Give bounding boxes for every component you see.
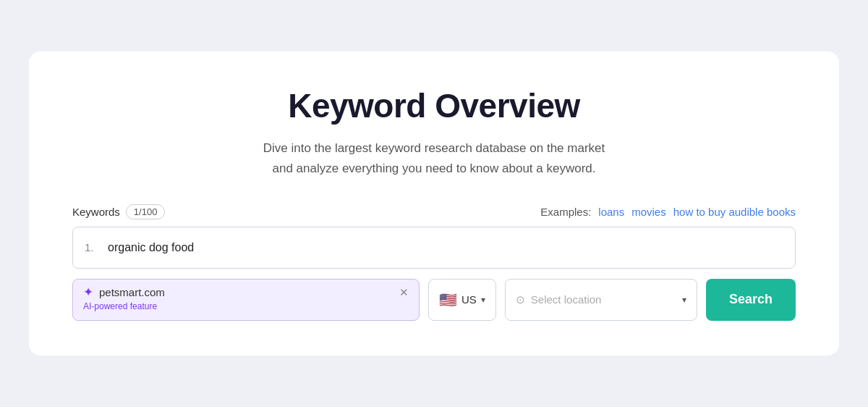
examples-label: Examples: [540, 206, 591, 218]
keyword-number: 1. [85, 241, 99, 253]
ai-powered-label: AI-powered feature [83, 301, 409, 314]
location-chevron-icon: ▾ [682, 295, 686, 305]
flag-icon: 🇺🇸 [439, 291, 457, 309]
keywords-label-group: Keywords 1/100 [72, 204, 165, 219]
example-link-movies[interactable]: movies [631, 206, 666, 218]
bottom-row: ✦ ✕ AI-powered feature 🇺🇸 US ▾ ⊙ Select … [72, 279, 796, 321]
example-link-loans[interactable]: loans [598, 206, 624, 218]
keywords-row: Keywords 1/100 Examples: loans movies ho… [72, 204, 796, 219]
page-title: Keyword Overview [72, 86, 796, 125]
country-chevron-icon: ▾ [481, 295, 485, 305]
country-select[interactable]: 🇺🇸 US ▾ [428, 279, 496, 321]
ai-clear-icon[interactable]: ✕ [399, 286, 409, 299]
examples-row: Examples: loans movies how to buy audibl… [540, 206, 796, 218]
ai-domain-input[interactable] [99, 286, 393, 298]
keywords-count-badge: 1/100 [126, 204, 166, 219]
example-link-audible[interactable]: how to buy audible books [673, 206, 796, 218]
ai-star-icon: ✦ [83, 285, 93, 300]
location-placeholder-text: Select location [531, 293, 676, 306]
keyword-input[interactable] [108, 241, 783, 254]
location-select[interactable]: ⊙ Select location ▾ [505, 279, 697, 321]
subtitle: Dive into the largest keyword research d… [72, 138, 796, 177]
location-pin-icon: ⊙ [516, 293, 525, 306]
ai-input-inner: ✦ ✕ [83, 285, 409, 300]
country-code-label: US [461, 293, 477, 306]
main-card: Keyword Overview Dive into the largest k… [29, 51, 839, 355]
ai-input-wrapper: ✦ ✕ AI-powered feature [72, 279, 420, 321]
keywords-text: Keywords [72, 206, 120, 218]
keyword-input-wrapper: 1. [72, 227, 796, 269]
search-button[interactable]: Search [706, 279, 796, 321]
